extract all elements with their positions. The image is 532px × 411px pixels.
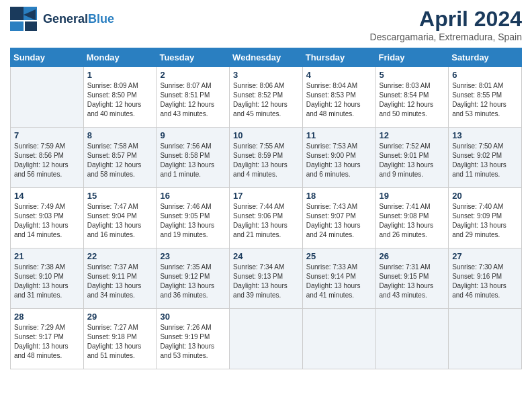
calendar-day: 29Sunrise: 7:27 AMSunset: 9:18 PMDayligh… xyxy=(83,309,157,369)
column-header-thursday: Thursday xyxy=(302,48,375,67)
calendar-day xyxy=(449,309,522,369)
day-number: 27 xyxy=(452,251,518,261)
calendar-day xyxy=(11,67,84,128)
day-info: Sunrise: 8:03 AMSunset: 8:54 PMDaylight:… xyxy=(380,81,445,119)
calendar-day: 9Sunrise: 7:56 AMSunset: 8:58 PMDaylight… xyxy=(157,128,230,188)
day-number: 10 xyxy=(233,130,299,140)
day-info: Sunrise: 8:01 AMSunset: 8:55 PMDaylight:… xyxy=(452,81,518,119)
day-number: 15 xyxy=(87,191,153,201)
day-number: 30 xyxy=(160,312,226,322)
column-header-friday: Friday xyxy=(375,48,449,67)
calendar-day: 18Sunrise: 7:43 AMSunset: 9:07 PMDayligh… xyxy=(302,188,375,248)
calendar-day: 19Sunrise: 7:41 AMSunset: 9:08 PMDayligh… xyxy=(375,188,449,248)
calendar-day: 13Sunrise: 7:50 AMSunset: 9:02 PMDayligh… xyxy=(449,128,522,188)
day-number: 17 xyxy=(233,191,299,201)
day-info: Sunrise: 7:26 AMSunset: 9:19 PMDaylight:… xyxy=(160,323,226,361)
day-info: Sunrise: 8:04 AMSunset: 8:53 PMDaylight:… xyxy=(306,81,372,119)
day-number: 8 xyxy=(87,130,153,140)
day-info: Sunrise: 7:30 AMSunset: 9:16 PMDaylight:… xyxy=(452,263,518,300)
calendar-day: 3Sunrise: 8:06 AMSunset: 8:52 PMDaylight… xyxy=(230,67,303,128)
svg-rect-4 xyxy=(25,21,37,31)
day-number: 25 xyxy=(306,251,372,261)
day-info: Sunrise: 8:09 AMSunset: 8:50 PMDaylight:… xyxy=(87,81,153,119)
day-info: Sunrise: 8:07 AMSunset: 8:51 PMDaylight:… xyxy=(160,81,226,119)
day-info: Sunrise: 7:46 AMSunset: 9:05 PMDaylight:… xyxy=(160,202,226,240)
day-info: Sunrise: 7:37 AMSunset: 9:11 PMDaylight:… xyxy=(87,263,153,300)
calendar-day: 22Sunrise: 7:37 AMSunset: 9:11 PMDayligh… xyxy=(83,248,157,309)
calendar-day: 20Sunrise: 7:40 AMSunset: 9:09 PMDayligh… xyxy=(449,188,522,248)
day-number: 14 xyxy=(14,191,80,201)
day-number: 3 xyxy=(233,70,299,80)
calendar-day: 15Sunrise: 7:47 AMSunset: 9:04 PMDayligh… xyxy=(83,188,157,248)
day-info: Sunrise: 8:06 AMSunset: 8:52 PMDaylight:… xyxy=(233,81,299,119)
svg-rect-0 xyxy=(10,7,24,20)
day-info: Sunrise: 7:58 AMSunset: 8:57 PMDaylight:… xyxy=(87,142,153,179)
calendar-header-row: SundayMondayTuesdayWednesdayThursdayFrid… xyxy=(11,48,522,67)
day-number: 28 xyxy=(14,312,80,322)
day-info: Sunrise: 7:38 AMSunset: 9:10 PMDaylight:… xyxy=(14,263,80,300)
day-number: 29 xyxy=(87,312,153,322)
day-info: Sunrise: 7:40 AMSunset: 9:09 PMDaylight:… xyxy=(452,202,518,240)
calendar-day: 12Sunrise: 7:52 AMSunset: 9:01 PMDayligh… xyxy=(375,128,449,188)
day-info: Sunrise: 7:53 AMSunset: 9:00 PMDaylight:… xyxy=(306,142,372,179)
day-number: 1 xyxy=(87,70,153,80)
day-info: Sunrise: 7:31 AMSunset: 9:15 PMDaylight:… xyxy=(380,263,445,300)
calendar-table: SundayMondayTuesdayWednesdayThursdayFrid… xyxy=(10,48,522,369)
calendar-subtitle: Descargamaria, Extremadura, Spain xyxy=(370,32,522,42)
day-number: 13 xyxy=(452,130,518,140)
day-number: 24 xyxy=(233,251,299,261)
calendar-day xyxy=(230,309,303,369)
day-number: 2 xyxy=(160,70,226,80)
day-info: Sunrise: 7:34 AMSunset: 9:13 PMDaylight:… xyxy=(233,263,299,300)
day-number: 5 xyxy=(380,70,445,80)
logo-icon xyxy=(10,7,40,31)
logo-blue: Blue xyxy=(88,12,114,26)
calendar-day xyxy=(375,309,449,369)
calendar-day: 21Sunrise: 7:38 AMSunset: 9:10 PMDayligh… xyxy=(11,248,84,309)
calendar-day: 28Sunrise: 7:29 AMSunset: 9:17 PMDayligh… xyxy=(11,309,84,369)
calendar-day: 8Sunrise: 7:58 AMSunset: 8:57 PMDaylight… xyxy=(83,128,157,188)
day-number: 7 xyxy=(14,130,80,140)
calendar-day: 10Sunrise: 7:55 AMSunset: 8:59 PMDayligh… xyxy=(230,128,303,188)
calendar-day xyxy=(302,309,375,369)
day-number: 20 xyxy=(452,191,518,201)
day-info: Sunrise: 7:27 AMSunset: 9:18 PMDaylight:… xyxy=(87,323,153,361)
day-info: Sunrise: 7:55 AMSunset: 8:59 PMDaylight:… xyxy=(233,142,299,179)
day-number: 16 xyxy=(160,191,226,201)
day-info: Sunrise: 7:35 AMSunset: 9:12 PMDaylight:… xyxy=(160,263,226,300)
day-number: 23 xyxy=(160,251,226,261)
day-number: 9 xyxy=(160,130,226,140)
column-header-wednesday: Wednesday xyxy=(230,48,303,67)
day-number: 19 xyxy=(380,191,445,201)
day-info: Sunrise: 7:56 AMSunset: 8:58 PMDaylight:… xyxy=(160,142,226,179)
calendar-week-1: 1Sunrise: 8:09 AMSunset: 8:50 PMDaylight… xyxy=(11,67,522,128)
day-info: Sunrise: 7:44 AMSunset: 9:06 PMDaylight:… xyxy=(233,202,299,240)
calendar-day: 16Sunrise: 7:46 AMSunset: 9:05 PMDayligh… xyxy=(157,188,230,248)
calendar-day: 26Sunrise: 7:31 AMSunset: 9:15 PMDayligh… xyxy=(375,248,449,309)
page-header: General Blue April 2024 Descargamaria, E… xyxy=(10,7,522,42)
calendar-day: 11Sunrise: 7:53 AMSunset: 9:00 PMDayligh… xyxy=(302,128,375,188)
column-header-tuesday: Tuesday xyxy=(157,48,230,67)
calendar-day: 5Sunrise: 8:03 AMSunset: 8:54 PMDaylight… xyxy=(375,67,449,128)
day-number: 26 xyxy=(380,251,445,261)
calendar-day: 1Sunrise: 8:09 AMSunset: 8:50 PMDaylight… xyxy=(83,67,157,128)
day-info: Sunrise: 7:47 AMSunset: 9:04 PMDaylight:… xyxy=(87,202,153,240)
column-header-sunday: Sunday xyxy=(11,48,84,67)
day-number: 12 xyxy=(380,130,445,140)
day-info: Sunrise: 7:41 AMSunset: 9:08 PMDaylight:… xyxy=(380,202,445,240)
calendar-day: 14Sunrise: 7:49 AMSunset: 9:03 PMDayligh… xyxy=(11,188,84,248)
day-number: 11 xyxy=(306,130,372,140)
day-number: 6 xyxy=(452,70,518,80)
day-info: Sunrise: 7:43 AMSunset: 9:07 PMDaylight:… xyxy=(306,202,372,240)
day-number: 18 xyxy=(306,191,372,201)
calendar-title: April 2024 xyxy=(370,7,522,32)
calendar-day: 27Sunrise: 7:30 AMSunset: 9:16 PMDayligh… xyxy=(449,248,522,309)
calendar-week-3: 14Sunrise: 7:49 AMSunset: 9:03 PMDayligh… xyxy=(11,188,522,248)
day-number: 4 xyxy=(306,70,372,80)
logo-general: General xyxy=(43,12,88,26)
calendar-day: 30Sunrise: 7:26 AMSunset: 9:19 PMDayligh… xyxy=(157,309,230,369)
title-block: April 2024 Descargamaria, Extremadura, S… xyxy=(370,7,522,42)
calendar-week-4: 21Sunrise: 7:38 AMSunset: 9:10 PMDayligh… xyxy=(11,248,522,309)
calendar-day: 24Sunrise: 7:34 AMSunset: 9:13 PMDayligh… xyxy=(230,248,303,309)
day-info: Sunrise: 7:49 AMSunset: 9:03 PMDaylight:… xyxy=(14,202,80,240)
